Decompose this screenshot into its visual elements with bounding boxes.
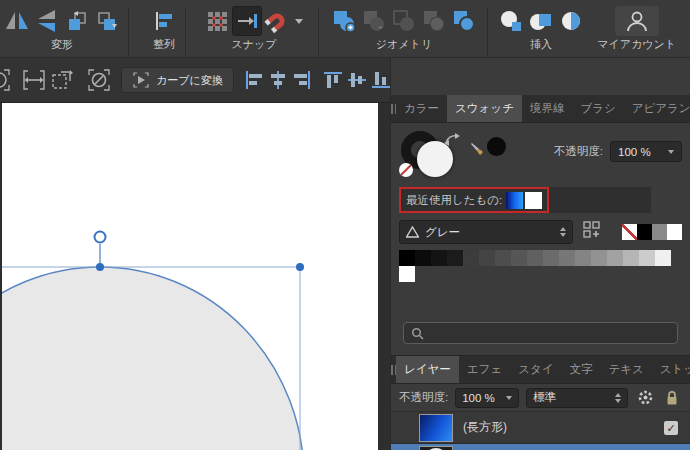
- geometry-intersect-button[interactable]: [389, 6, 419, 36]
- tab-character[interactable]: 文字: [561, 356, 600, 383]
- tab-appearance[interactable]: アピアランス: [624, 95, 690, 122]
- add-swatch-button[interactable]: [583, 221, 603, 243]
- canvas[interactable]: [2, 103, 378, 450]
- color-swatch[interactable]: [527, 250, 543, 266]
- opacity-dropdown[interactable]: 100 %: [610, 141, 682, 162]
- geometry-divide-button[interactable]: [419, 6, 449, 36]
- magnet-icon: [264, 8, 290, 34]
- color-swatch[interactable]: [591, 250, 607, 266]
- insert-behind-icon: [558, 8, 584, 34]
- color-swatch[interactable]: [639, 250, 655, 266]
- geometry-combine-button[interactable]: [449, 6, 479, 36]
- no-color-swatch[interactable]: [622, 224, 637, 240]
- color-swatch[interactable]: [667, 224, 682, 240]
- arrow-to-edge-icon: [234, 8, 260, 34]
- layer-settings-button[interactable]: [635, 388, 655, 408]
- color-swatch[interactable]: [607, 250, 623, 266]
- selection-cycle-button[interactable]: [0, 67, 12, 93]
- align-center-icon: [267, 69, 289, 91]
- insert-on-top-button[interactable]: [496, 6, 526, 36]
- geometry-add-button[interactable]: [329, 6, 359, 36]
- color-swatch[interactable]: [495, 250, 511, 266]
- color-swatch[interactable]: [559, 250, 575, 266]
- geometry-subtract-button[interactable]: [359, 6, 389, 36]
- color-swatch[interactable]: [637, 224, 652, 240]
- transform-objects-separately-button[interactable]: [49, 67, 75, 93]
- align-bottom-button[interactable]: [370, 67, 390, 93]
- snap-options-caret[interactable]: [292, 6, 306, 36]
- snap-group-label: スナップ: [231, 37, 276, 52]
- tab-styles[interactable]: スタイ: [510, 356, 561, 383]
- lock-layer-button[interactable]: [662, 388, 682, 408]
- layer-thumbnail-rectangle[interactable]: [419, 414, 453, 442]
- swatch-search-row: [399, 322, 682, 344]
- align-right-button[interactable]: [291, 67, 313, 93]
- top-center-handle[interactable]: [96, 263, 104, 271]
- my-account-button[interactable]: [615, 6, 659, 36]
- color-swatch[interactable]: [652, 224, 667, 240]
- align-middle-button[interactable]: [346, 67, 368, 93]
- tab-color[interactable]: カラー: [396, 95, 447, 122]
- tab-effects[interactable]: エフェ: [459, 356, 510, 383]
- tab-text[interactable]: テキス: [600, 356, 651, 383]
- snapping-toggle-button[interactable]: [262, 6, 292, 36]
- person-icon: [624, 8, 650, 34]
- right-panel: カラー スウォッチ 境界線 ブラシ アピアランス: [390, 58, 690, 450]
- flip-vertical-button[interactable]: [32, 6, 62, 36]
- color-swatch[interactable]: [463, 250, 479, 266]
- tab-stock[interactable]: ストッ: [652, 356, 690, 383]
- top-right-handle[interactable]: [296, 263, 304, 271]
- layers-opacity-dropdown[interactable]: 100 %: [455, 388, 519, 408]
- color-swatch[interactable]: [543, 250, 559, 266]
- palette-dropdown[interactable]: グレー: [399, 220, 573, 244]
- color-swatch[interactable]: [399, 250, 415, 266]
- flip-horizontal-button[interactable]: [2, 6, 32, 36]
- color-swatch[interactable]: [575, 250, 591, 266]
- swatch-search-input[interactable]: [430, 326, 670, 340]
- color-swatch[interactable]: [511, 250, 527, 266]
- tab-swatches[interactable]: スウォッチ: [447, 95, 522, 122]
- color-swatch[interactable]: [525, 192, 542, 209]
- alignment-button[interactable]: [149, 6, 179, 36]
- move-by-whole-pixels-button[interactable]: [232, 6, 262, 36]
- rotation-handle[interactable]: [95, 232, 106, 243]
- color-swatch[interactable]: [655, 250, 671, 266]
- no-fill-indicator[interactable]: [399, 163, 413, 177]
- color-picker-tool[interactable]: [465, 137, 485, 161]
- color-swatch[interactable]: [415, 250, 431, 266]
- insert-behind-button[interactable]: [556, 6, 586, 36]
- scale-with-object-button[interactable]: [21, 67, 47, 93]
- layer-row-rectangle[interactable]: (長方形) ✓: [391, 412, 690, 444]
- align-top-button[interactable]: [322, 67, 344, 93]
- convert-to-curves-button[interactable]: カーブに変換: [121, 67, 234, 93]
- color-swatch[interactable]: [431, 250, 447, 266]
- snap-grid-button[interactable]: [202, 6, 232, 36]
- layer-row-ellipse[interactable]: (楕円) ✓: [391, 444, 690, 450]
- layer-visibility-checkbox[interactable]: ✓: [664, 421, 678, 435]
- eyedropper-icon: [465, 137, 485, 157]
- rotate-ccw-button[interactable]: [62, 6, 92, 36]
- blend-mode-dropdown[interactable]: 標準: [526, 388, 628, 408]
- tab-stroke[interactable]: 境界線: [522, 95, 573, 122]
- color-swatch[interactable]: [399, 266, 415, 282]
- align-center-button[interactable]: [267, 67, 289, 93]
- selected-ellipse-shape[interactable]: [2, 267, 304, 450]
- rotate-ccw-icon: [64, 8, 90, 34]
- color-swatch[interactable]: [479, 250, 495, 266]
- gradient-swatch[interactable]: [506, 192, 523, 209]
- color-swatch[interactable]: [623, 250, 639, 266]
- chevron-down-icon: [506, 396, 512, 400]
- color-swatch[interactable]: [447, 250, 463, 266]
- picked-color-well[interactable]: [487, 137, 506, 156]
- tab-brush[interactable]: ブラシ: [572, 95, 623, 122]
- swap-fill-stroke-button[interactable]: [443, 131, 461, 151]
- tab-layers[interactable]: レイヤー: [396, 356, 459, 383]
- snap-grid-icon: [204, 8, 230, 34]
- swatch-search-box[interactable]: [403, 322, 678, 344]
- palette-row: グレー: [399, 220, 682, 244]
- rotation-center-button[interactable]: [86, 67, 112, 93]
- insert-inside-button[interactable]: [526, 6, 556, 36]
- layer-thumbnail-ellipse[interactable]: [419, 446, 453, 450]
- rotate-cw-button[interactable]: [92, 6, 122, 36]
- align-left-button[interactable]: [243, 67, 265, 93]
